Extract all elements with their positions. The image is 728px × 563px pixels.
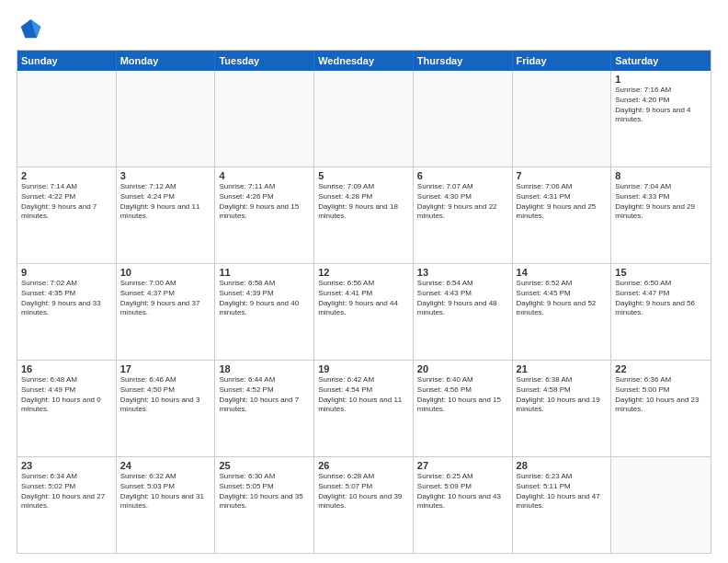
day-info: Sunrise: 6:48 AM Sunset: 4:49 PM Dayligh… — [21, 375, 112, 415]
calendar-day-7: 7Sunrise: 7:06 AM Sunset: 4:31 PM Daylig… — [513, 167, 612, 263]
weekday-header-friday: Friday — [513, 51, 612, 71]
page: SundayMondayTuesdayWednesdayThursdayFrid… — [0, 0, 728, 563]
calendar: SundayMondayTuesdayWednesdayThursdayFrid… — [17, 50, 711, 554]
day-info: Sunrise: 6:42 AM Sunset: 4:54 PM Dayligh… — [318, 375, 409, 415]
day-number: 2 — [21, 170, 112, 181]
day-number: 9 — [21, 267, 112, 278]
weekday-header-monday: Monday — [117, 51, 216, 71]
day-info: Sunrise: 6:58 AM Sunset: 4:39 PM Dayligh… — [219, 279, 310, 318]
day-number: 12 — [318, 267, 409, 278]
calendar-day-19: 19Sunrise: 6:42 AM Sunset: 4:54 PM Dayli… — [314, 361, 414, 456]
day-info: Sunrise: 6:32 AM Sunset: 5:03 PM Dayligh… — [120, 472, 211, 511]
day-number: 10 — [120, 267, 211, 278]
calendar-day-6: 6Sunrise: 7:07 AM Sunset: 4:30 PM Daylig… — [414, 167, 513, 263]
day-info: Sunrise: 6:56 AM Sunset: 4:41 PM Dayligh… — [318, 279, 409, 318]
calendar-empty-cell — [117, 71, 216, 167]
calendar-day-17: 17Sunrise: 6:46 AM Sunset: 4:50 PM Dayli… — [117, 361, 216, 456]
calendar-empty-cell — [215, 71, 314, 167]
calendar-day-26: 26Sunrise: 6:28 AM Sunset: 5:07 PM Dayli… — [314, 457, 414, 553]
weekday-header-saturday: Saturday — [611, 51, 711, 71]
day-info: Sunrise: 6:50 AM Sunset: 4:47 PM Dayligh… — [615, 279, 707, 318]
day-number: 16 — [21, 363, 112, 374]
calendar-day-15: 15Sunrise: 6:50 AM Sunset: 4:47 PM Dayli… — [611, 264, 711, 360]
weekday-header-thursday: Thursday — [414, 51, 513, 71]
logo — [17, 17, 46, 42]
day-info: Sunrise: 6:54 AM Sunset: 4:43 PM Dayligh… — [417, 279, 508, 318]
day-number: 19 — [318, 363, 409, 374]
calendar-row-2: 9Sunrise: 7:02 AM Sunset: 4:35 PM Daylig… — [17, 263, 711, 360]
calendar-day-1: 1Sunrise: 7:16 AM Sunset: 4:20 PM Daylig… — [611, 71, 711, 167]
day-info: Sunrise: 7:00 AM Sunset: 4:37 PM Dayligh… — [120, 279, 211, 318]
day-number: 20 — [417, 363, 508, 374]
calendar-day-10: 10Sunrise: 7:00 AM Sunset: 4:37 PM Dayli… — [117, 264, 216, 360]
header — [17, 17, 711, 42]
calendar-day-27: 27Sunrise: 6:25 AM Sunset: 5:09 PM Dayli… — [414, 457, 513, 553]
calendar-day-2: 2Sunrise: 7:14 AM Sunset: 4:22 PM Daylig… — [17, 167, 117, 263]
calendar-day-16: 16Sunrise: 6:48 AM Sunset: 4:49 PM Dayli… — [17, 361, 117, 456]
day-info: Sunrise: 6:25 AM Sunset: 5:09 PM Dayligh… — [417, 472, 508, 511]
calendar-day-3: 3Sunrise: 7:12 AM Sunset: 4:24 PM Daylig… — [117, 167, 216, 263]
calendar-empty-cell — [611, 457, 711, 553]
day-number: 3 — [120, 170, 211, 181]
day-info: Sunrise: 6:44 AM Sunset: 4:52 PM Dayligh… — [219, 375, 310, 415]
day-number: 14 — [517, 267, 608, 278]
calendar-day-14: 14Sunrise: 6:52 AM Sunset: 4:45 PM Dayli… — [513, 264, 612, 360]
day-info: Sunrise: 7:11 AM Sunset: 4:26 PM Dayligh… — [219, 182, 310, 222]
day-info: Sunrise: 7:12 AM Sunset: 4:24 PM Dayligh… — [120, 182, 211, 222]
day-number: 18 — [219, 363, 310, 374]
calendar-empty-cell — [314, 71, 414, 167]
day-info: Sunrise: 6:36 AM Sunset: 5:00 PM Dayligh… — [615, 375, 707, 415]
calendar-empty-cell — [17, 71, 117, 167]
day-info: Sunrise: 7:07 AM Sunset: 4:30 PM Dayligh… — [417, 182, 508, 222]
day-number: 8 — [615, 170, 707, 181]
calendar-body: 1Sunrise: 7:16 AM Sunset: 4:20 PM Daylig… — [17, 71, 711, 553]
day-number: 4 — [219, 170, 310, 181]
calendar-row-0: 1Sunrise: 7:16 AM Sunset: 4:20 PM Daylig… — [17, 71, 711, 167]
day-number: 7 — [517, 170, 608, 181]
calendar-day-13: 13Sunrise: 6:54 AM Sunset: 4:43 PM Dayli… — [414, 264, 513, 360]
calendar-row-3: 16Sunrise: 6:48 AM Sunset: 4:49 PM Dayli… — [17, 360, 711, 456]
day-info: Sunrise: 6:30 AM Sunset: 5:05 PM Dayligh… — [219, 472, 310, 511]
calendar-day-23: 23Sunrise: 6:34 AM Sunset: 5:02 PM Dayli… — [17, 457, 117, 553]
day-info: Sunrise: 6:38 AM Sunset: 4:58 PM Dayligh… — [517, 375, 608, 415]
calendar-empty-cell — [513, 71, 612, 167]
day-number: 26 — [318, 460, 409, 471]
day-number: 5 — [318, 170, 409, 181]
calendar-day-25: 25Sunrise: 6:30 AM Sunset: 5:05 PM Dayli… — [215, 457, 314, 553]
day-number: 11 — [219, 267, 310, 278]
calendar-day-22: 22Sunrise: 6:36 AM Sunset: 5:00 PM Dayli… — [611, 361, 711, 456]
calendar-day-28: 28Sunrise: 6:23 AM Sunset: 5:11 PM Dayli… — [513, 457, 612, 553]
calendar-day-24: 24Sunrise: 6:32 AM Sunset: 5:03 PM Dayli… — [117, 457, 216, 553]
day-number: 27 — [417, 460, 508, 471]
day-info: Sunrise: 6:40 AM Sunset: 4:56 PM Dayligh… — [417, 375, 508, 415]
calendar-day-12: 12Sunrise: 6:56 AM Sunset: 4:41 PM Dayli… — [314, 264, 414, 360]
calendar-row-4: 23Sunrise: 6:34 AM Sunset: 5:02 PM Dayli… — [17, 456, 711, 553]
day-number: 17 — [120, 363, 211, 374]
day-info: Sunrise: 6:52 AM Sunset: 4:45 PM Dayligh… — [517, 279, 608, 318]
calendar-day-18: 18Sunrise: 6:44 AM Sunset: 4:52 PM Dayli… — [215, 361, 314, 456]
day-info: Sunrise: 7:14 AM Sunset: 4:22 PM Dayligh… — [21, 182, 112, 222]
day-number: 28 — [517, 460, 608, 471]
calendar-day-9: 9Sunrise: 7:02 AM Sunset: 4:35 PM Daylig… — [17, 264, 117, 360]
weekday-header-tuesday: Tuesday — [215, 51, 314, 71]
day-number: 6 — [417, 170, 508, 181]
calendar-day-4: 4Sunrise: 7:11 AM Sunset: 4:26 PM Daylig… — [215, 167, 314, 263]
day-info: Sunrise: 7:06 AM Sunset: 4:31 PM Dayligh… — [517, 182, 608, 222]
day-number: 13 — [417, 267, 508, 278]
calendar-day-8: 8Sunrise: 7:04 AM Sunset: 4:33 PM Daylig… — [611, 167, 711, 263]
day-info: Sunrise: 7:02 AM Sunset: 4:35 PM Dayligh… — [21, 279, 112, 318]
day-info: Sunrise: 7:09 AM Sunset: 4:28 PM Dayligh… — [318, 182, 409, 222]
day-info: Sunrise: 6:23 AM Sunset: 5:11 PM Dayligh… — [517, 472, 608, 511]
calendar-day-5: 5Sunrise: 7:09 AM Sunset: 4:28 PM Daylig… — [314, 167, 414, 263]
calendar-header: SundayMondayTuesdayWednesdayThursdayFrid… — [17, 51, 711, 71]
weekday-header-sunday: Sunday — [17, 51, 117, 71]
calendar-day-20: 20Sunrise: 6:40 AM Sunset: 4:56 PM Dayli… — [414, 361, 513, 456]
calendar-row-1: 2Sunrise: 7:14 AM Sunset: 4:22 PM Daylig… — [17, 167, 711, 263]
day-number: 23 — [21, 460, 112, 471]
day-info: Sunrise: 6:34 AM Sunset: 5:02 PM Dayligh… — [21, 472, 112, 511]
day-number: 21 — [517, 363, 608, 374]
calendar-day-11: 11Sunrise: 6:58 AM Sunset: 4:39 PM Dayli… — [215, 264, 314, 360]
calendar-day-21: 21Sunrise: 6:38 AM Sunset: 4:58 PM Dayli… — [513, 361, 612, 456]
day-info: Sunrise: 7:16 AM Sunset: 4:20 PM Dayligh… — [615, 86, 707, 125]
day-info: Sunrise: 6:46 AM Sunset: 4:50 PM Dayligh… — [120, 375, 211, 415]
